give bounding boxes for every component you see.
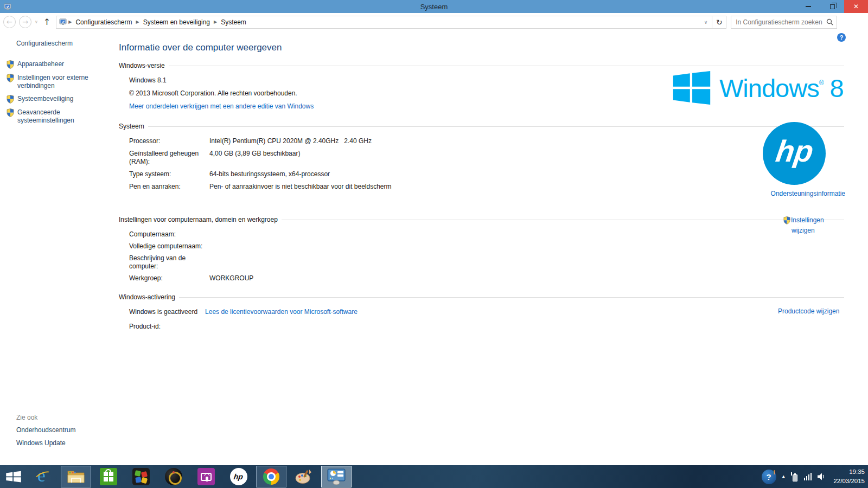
row-pen-aanraken: Pen en aanraken: Pen- of aanraakinvoer i… [119,183,844,191]
sidebar-item-label: Geavanceerde systeeminstellingen [17,108,93,125]
sidebar-item-onderhoudscentrum[interactable]: Onderhoudscentrum [16,426,75,434]
taskbar-screencast-app[interactable] [191,466,221,487]
start-button[interactable] [0,465,27,488]
taskbar-file-explorer[interactable] [61,466,91,487]
power-icon[interactable] [791,472,798,481]
breadcrumb-configuratiescherm[interactable]: Configuratiescherm [73,18,134,26]
show-hidden-icons-button[interactable]: ▲ [782,474,785,479]
sidebar-item-label: Systeembeveiliging [17,95,93,104]
row-processor: Processor: Intel(R) Pentium(R) CPU 2020M… [119,137,844,145]
windows8-logo: ™ Windows® 8 [672,71,844,105]
sidebar-item-apparaatbeheer[interactable]: Apparaatbeheer [0,60,114,69]
screencast-icon [197,468,215,485]
control-panel-icon [59,18,67,25]
get-more-features-link[interactable]: Meer onderdelen verkrijgen met een ander… [129,102,314,110]
taskbar-internet-explorer[interactable]: e [28,466,59,487]
close-button[interactable]: ✕ [844,0,868,13]
search-box [731,16,837,29]
hp-logo-text: hp [773,136,815,171]
row-ram: Geïnstalleerd geheugen (RAM): 4,00 GB (3… [119,150,844,166]
section-divider [169,66,844,66]
row-product-id: Product-id: [119,323,844,331]
sidebar-item-windows-update[interactable]: Windows Update [16,439,75,447]
close-icon: ✕ [853,3,859,10]
breadcrumb-separator-icon: ▶ [212,20,219,24]
breadcrumb-systeem-en-beveiliging[interactable]: Systeem en beveiliging [141,18,212,26]
help-icon: ? [840,34,844,41]
system-tray: ?i ▲ 19:35 22/03/2015 [762,465,865,488]
windows8-logo-text: Windows® 8 [719,75,844,101]
refresh-button[interactable]: ↻ [712,16,726,29]
sidebar-item-geavanceerde-instellingen[interactable]: Geavanceerde systeeminstellingen [0,108,114,125]
chrome-icon [263,468,279,485]
change-settings-link[interactable]: Instellingen wijzigen [783,216,824,235]
license-terms-link[interactable]: Lees de licentievoorwaarden voor Microso… [205,308,358,316]
section-divider [282,220,844,220]
section-divider [179,297,844,298]
uac-shield-icon [7,74,14,82]
search-input[interactable] [731,17,826,28]
windows-start-icon [5,470,22,483]
breadcrumb-systeem[interactable]: Systeem [219,18,248,26]
minimize-button[interactable] [796,0,820,13]
oem-support-link[interactable]: Ondersteuningsinformatie [771,190,845,197]
restore-icon [830,4,835,9]
section-windows-versie: Windows-versie [119,62,844,69]
breadcrumb-separator-icon: ▶ [134,20,141,24]
search-icon[interactable] [826,18,833,25]
taskbar-chrome[interactable] [256,466,286,487]
volume-icon[interactable] [818,473,825,480]
svg-text:™: ™ [707,101,710,105]
taskbar-hp-app[interactable]: hp [224,466,254,487]
row-computernaam: Computernaam: [119,230,844,239]
restore-button[interactable] [820,0,844,13]
forward-button[interactable]: → [19,16,31,28]
refresh-icon: ↻ [716,18,723,27]
taskbar-control-panel-active[interactable] [321,466,352,487]
media-app-icon [165,468,182,485]
row-beschrijving: Beschrijving van de computer: [119,254,844,271]
up-button[interactable]: ↑ [43,17,50,27]
minimize-icon [806,6,811,7]
taskbar-windows-store[interactable] [93,466,124,487]
taskbar-media-app[interactable] [158,466,189,487]
row-volledige-computernaam: Volledige computernaam: [119,242,844,251]
sidebar: Configuratiescherm Apparaatbeheer Instel… [0,40,114,130]
hp-taskbar-icon: hp [230,468,247,485]
uac-shield-icon [783,216,790,224]
uac-shield-icon [7,108,14,117]
network-signal-icon[interactable] [804,473,812,480]
paint-icon [295,469,312,484]
back-icon: ← [7,18,12,26]
sidebar-item-home[interactable]: Configuratiescherm [0,40,114,47]
recent-pages-dropdown[interactable]: ∨ [35,20,38,24]
window-title: Systeem [0,3,868,11]
row-werkgroep: Werkgroep: WORKGROUP [119,274,844,282]
hp-support-assistant-icon[interactable]: ?i [762,470,776,484]
see-also-header: Zie ook [16,414,75,421]
title-bar: Systeem ✕ [0,0,868,13]
change-product-key-link[interactable]: Productcode wijzigen [778,307,839,315]
internet-explorer-icon: e [35,468,52,485]
control-panel-taskbar-icon [327,468,346,485]
section-systeem: Systeem [119,123,844,130]
page-title: Informatie over de computer weergeven [119,42,844,53]
sidebar-item-externe-verbindingen[interactable]: Instellingen voor externe verbindingen [0,74,114,90]
file-explorer-icon [67,470,85,484]
forward-icon: → [22,18,28,26]
sidebar-item-systeembeveiliging[interactable]: Systeembeveiliging [0,95,114,104]
sidebar-item-label: Instellingen voor externe verbindingen [17,74,93,90]
help-button[interactable]: ? [837,33,846,42]
activation-status: Windows is geactiveerd [129,308,197,316]
back-button[interactable]: ← [3,16,16,28]
hp-logo: hp [763,122,826,185]
address-dropdown-icon[interactable]: ∨ [700,20,712,25]
clock[interactable]: 19:35 22/03/2015 [833,467,865,485]
taskbar-puzzle-app[interactable] [126,466,156,487]
taskbar-paint[interactable] [289,466,319,487]
section-computernaam: Instellingen voor computernaam, domein e… [119,216,844,223]
address-bar[interactable]: ▶ Configuratiescherm ▶ Systeem en beveil… [56,16,712,29]
tray-date: 22/03/2015 [833,477,865,486]
row-systeemtype: Type systeem: 64-bits besturingssysteem,… [119,170,844,178]
section-divider [148,126,844,127]
